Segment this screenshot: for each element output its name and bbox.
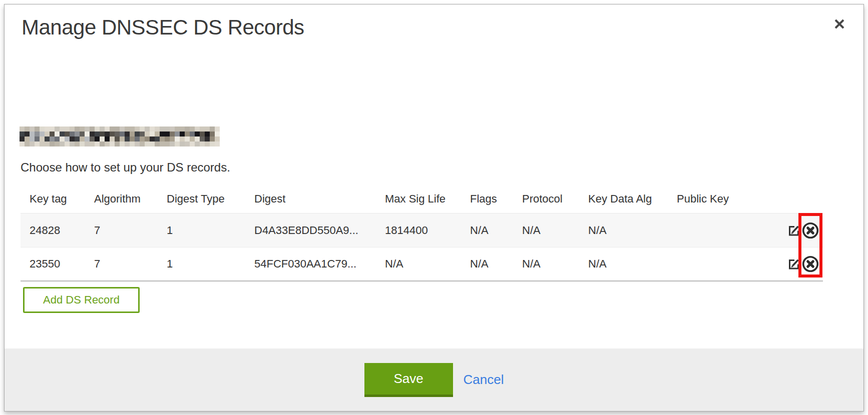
delete-x-circle-icon [802, 256, 819, 272]
table-row: 24828 7 1 D4A33E8DD550A9... 1814400 N/A … [21, 214, 823, 247]
row-actions [763, 214, 823, 247]
edit-pencil-icon [788, 258, 800, 270]
column-header-public-key: Public Key [668, 192, 763, 206]
delete-record-button[interactable] [802, 222, 819, 239]
delete-x-circle-icon [802, 222, 819, 239]
ds-records-table: Key tag Algorithm Digest Type Digest Max… [21, 184, 823, 282]
edit-record-button[interactable] [788, 224, 800, 236]
cell-protocol: N/A [513, 224, 579, 237]
close-icon [832, 17, 846, 31]
cell-digest: 54FCF030AA1C79... [245, 258, 376, 270]
cell-max-sig-life: 1814400 [376, 224, 461, 237]
modal-footer: Save Cancel [5, 348, 863, 411]
row-actions [763, 248, 823, 280]
column-header-key-data-alg: Key Data Alg [579, 192, 668, 206]
column-header-protocol: Protocol [513, 192, 579, 206]
cell-flags: N/A [461, 224, 513, 237]
dnssec-ds-records-modal: Manage DNSSEC DS Records Choose how to s… [4, 4, 864, 412]
close-button[interactable] [832, 17, 846, 31]
table-header-row: Key tag Algorithm Digest Type Digest Max… [21, 184, 823, 214]
cell-digest-type: 1 [158, 224, 245, 237]
table-row: 23550 7 1 54FCF030AA1C79... N/A N/A N/A … [21, 247, 823, 280]
cell-key-data-alg: N/A [579, 224, 668, 237]
edit-record-button[interactable] [788, 258, 800, 270]
censored-domain-name [20, 126, 220, 146]
column-header-algorithm: Algorithm [85, 192, 158, 206]
cell-digest: D4A33E8DD550A9... [245, 224, 376, 237]
cell-flags: N/A [461, 258, 513, 270]
cancel-link[interactable]: Cancel [464, 372, 504, 388]
instruction-text: Choose how to set up your DS records. [21, 160, 230, 174]
cell-key-data-alg: N/A [579, 258, 668, 270]
column-header-key-tag: Key tag [21, 192, 85, 206]
cell-protocol: N/A [513, 258, 579, 270]
edit-pencil-icon [788, 224, 800, 236]
cell-key-tag: 23550 [21, 258, 85, 270]
save-button[interactable]: Save [364, 363, 453, 397]
column-header-max-sig-life: Max Sig Life [376, 192, 461, 206]
column-header-digest: Digest [245, 192, 376, 206]
column-header-flags: Flags [461, 192, 513, 206]
cell-digest-type: 1 [158, 258, 245, 270]
delete-record-button[interactable] [802, 256, 819, 272]
cell-key-tag: 24828 [21, 224, 85, 237]
cell-algorithm: 7 [85, 224, 158, 237]
add-ds-record-button[interactable]: Add DS Record [23, 287, 140, 313]
column-header-actions [763, 184, 823, 213]
column-header-digest-type: Digest Type [158, 192, 245, 206]
cell-max-sig-life: N/A [376, 258, 461, 270]
page-title: Manage DNSSEC DS Records [22, 16, 304, 40]
cell-algorithm: 7 [85, 258, 158, 270]
